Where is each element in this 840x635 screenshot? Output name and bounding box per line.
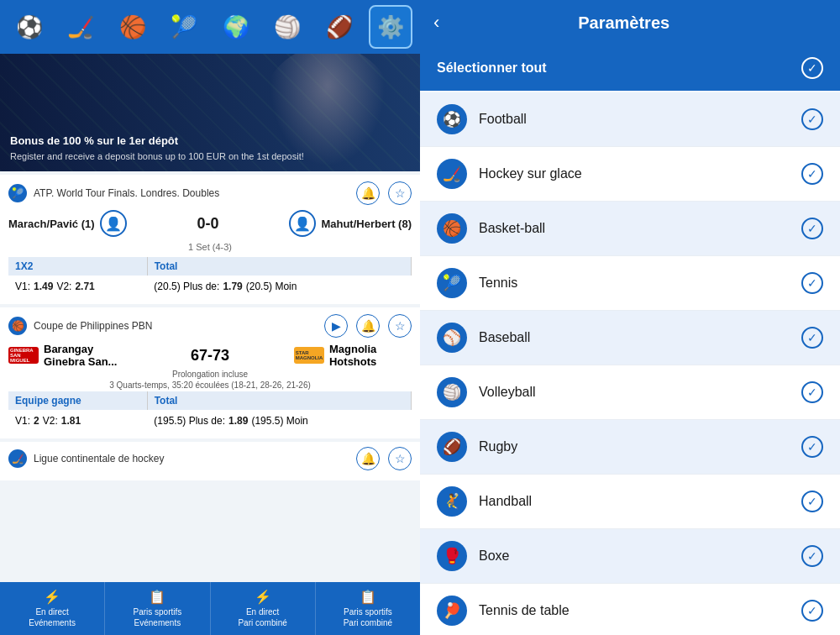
- sport-item-handball[interactable]: 🤾 Handball ✓: [420, 475, 840, 529]
- tennis-odds-header-total: Total: [148, 257, 412, 276]
- bball-total-val1[interactable]: 1.89: [228, 415, 248, 427]
- tennis-match-actions: 🔔 ☆: [356, 181, 412, 205]
- nav-paris-sportifs-combine[interactable]: 📋 Paris sportifsPari combiné: [316, 582, 420, 635]
- bball-v2-val[interactable]: 1.81: [61, 415, 81, 427]
- football-label: Football: [479, 112, 801, 127]
- tennis-total-val1[interactable]: 1.79: [223, 281, 242, 292]
- handball-icon: 🤾: [437, 486, 467, 517]
- bball-teams: GINEBRA SAN MIGUEL Barangay Ginebra San.…: [8, 343, 412, 368]
- select-all-label: Sélectionner tout: [437, 60, 547, 76]
- football-check[interactable]: ✓: [801, 108, 823, 130]
- bball-match-header: 🏀 Coupe de Philippines PBN ▶ 🔔 ☆: [8, 314, 412, 338]
- tennis-bell-icon[interactable]: 🔔: [356, 181, 380, 205]
- tennis-v1-label: V1:: [15, 281, 30, 292]
- sport-item-rugby[interactable]: 🏈 Rugby ✓: [420, 420, 840, 475]
- tennis-table-check[interactable]: ✓: [801, 600, 823, 622]
- tennis-match-teams: Marach/Pavić (1) 👤 0-0 👤 Mahut/Herbert (…: [8, 210, 412, 237]
- bball-team2-logo: STAR MAGNOLIA: [294, 347, 324, 364]
- tennis-score: 0-0: [197, 215, 218, 233]
- bball-bell-icon[interactable]: 🔔: [356, 314, 380, 338]
- tennis-odds-total: (20.5) Plus de: 1.79 (20.5) Moin: [147, 279, 412, 294]
- tennis-team1-name: Marach/Pavić (1): [8, 218, 95, 230]
- nav-sports-combine-label: Paris sportifsPari combiné: [319, 606, 417, 628]
- tennis-set-info: 1 Set (4-3): [8, 242, 412, 252]
- select-all-row[interactable]: Sélectionner tout ✓: [420, 45, 840, 91]
- nav-paris-sportifs-evenements[interactable]: 📋 Paris sportifsEvénements: [105, 582, 210, 635]
- bball-play-icon[interactable]: ▶: [324, 314, 348, 338]
- sport-tennis-btn[interactable]: 🎾: [162, 5, 206, 49]
- bball-team1-name: Barangay Ginebra San...: [44, 343, 126, 368]
- rugby-check[interactable]: ✓: [801, 436, 823, 458]
- basketball-check[interactable]: ✓: [801, 218, 823, 239]
- tennis-check[interactable]: ✓: [801, 272, 823, 294]
- banner-text-block: Bonus de 100 % sur le 1er dépôt Register…: [10, 134, 304, 163]
- nav-live-icon: ⚡: [3, 589, 101, 605]
- bball-team2-name: Magnolia Hotshots: [329, 343, 412, 368]
- bball-odds-header-equipe: Equipe gagne: [8, 391, 148, 410]
- sport-list: ⚽ Football ✓ 🏒 Hockey sur glace ✓ 🏀 Bask…: [420, 92, 840, 635]
- sport-item-volleyball[interactable]: 🏐 Volleyball ✓: [420, 365, 840, 420]
- bball-v1-label: V1:: [15, 415, 30, 427]
- tennis-odds-1x2: V1: 1.49 V2: 2.71: [8, 279, 147, 294]
- bball-star-icon[interactable]: ☆: [388, 314, 412, 338]
- sport-settings-btn[interactable]: ⚙️: [369, 5, 412, 49]
- bball-league-name: Coupe de Philippines PBN: [34, 320, 152, 332]
- tennis-match-card: 🎾 ATP. World Tour Finals. Londres. Doubl…: [0, 175, 420, 304]
- promo-banner: Bonus de 100 % sur le 1er dépôt Register…: [0, 54, 420, 171]
- sport-soccer-btn[interactable]: ⚽: [8, 5, 51, 49]
- bball-v1-val[interactable]: 2: [34, 415, 39, 427]
- partial-star-icon[interactable]: ☆: [388, 447, 412, 470]
- sport-item-tennis-table[interactable]: 🏓 Tennis de table ✓: [420, 584, 840, 635]
- sport-volleyball-btn[interactable]: 🏐: [265, 5, 309, 49]
- nav-en-direct-evenements[interactable]: ⚡ En directEvénements: [0, 582, 105, 635]
- bball-odds-total: (195.5) Plus de: 1.89 (195.5) Moin: [147, 413, 412, 428]
- right-panel-header: ‹ Paramètres: [420, 0, 840, 45]
- tennis-icon: 🎾: [437, 268, 467, 298]
- nav-en-direct-combine[interactable]: ⚡ En directPari combiné: [211, 582, 316, 635]
- tennis-total-label1: (20.5) Plus de:: [154, 281, 219, 292]
- tennis-v1-val[interactable]: 1.49: [34, 281, 53, 292]
- banner-subtitle: Register and receive a deposit bonus up …: [10, 150, 304, 163]
- bball-total-label1: (195.5) Plus de:: [154, 415, 225, 427]
- back-button[interactable]: ‹: [433, 12, 439, 34]
- bball-odds-row: V1: 2 V2: 1.81 (195.5) Plus de: 1.89 (19…: [8, 410, 412, 432]
- football-icon: ⚽: [437, 104, 467, 134]
- hockey-check[interactable]: ✓: [801, 163, 823, 185]
- baseball-label: Baseball: [479, 330, 801, 345]
- sport-rugby-btn[interactable]: 🏈: [318, 5, 361, 49]
- handball-check[interactable]: ✓: [801, 491, 823, 512]
- select-all-check[interactable]: ✓: [801, 57, 823, 79]
- sport-item-tennis[interactable]: 🎾 Tennis ✓: [420, 256, 840, 311]
- banner-title: Bonus de 100 % sur le 1er dépôt: [10, 134, 304, 147]
- sport-item-football[interactable]: ⚽ Football ✓: [420, 92, 840, 147]
- bball-team1: GINEBRA SAN MIGUEL Barangay Ginebra San.…: [8, 343, 126, 368]
- sport-item-baseball[interactable]: ⚾ Baseball ✓: [420, 311, 840, 365]
- basketball-match-card: 🏀 Coupe de Philippines PBN ▶ 🔔 ☆ GINEBRA…: [0, 307, 420, 438]
- partial-league-icon: 🏒: [8, 449, 27, 468]
- bball-odds-header-total: Total: [148, 391, 412, 410]
- sport-hockey-btn[interactable]: 🏒: [59, 5, 102, 49]
- sport-basketball-btn[interactable]: 🏀: [111, 5, 155, 49]
- sport-item-basketball[interactable]: 🏀 Basket-ball ✓: [420, 202, 840, 256]
- tennis-v2-label: V2:: [56, 281, 71, 292]
- baseball-check[interactable]: ✓: [801, 327, 823, 349]
- sport-globe-btn[interactable]: 🌍: [214, 5, 258, 49]
- volleyball-label: Volleyball: [479, 385, 801, 400]
- bball-prolongation: Prolongation incluse: [8, 370, 412, 379]
- boxe-check[interactable]: ✓: [801, 545, 823, 567]
- partial-bell-icon[interactable]: 🔔: [356, 447, 380, 470]
- left-panel: ⚽ 🏒 🏀 🎾 🌍 🏐 🏈 ⚙️ Bonus de 100 % sur le 1…: [0, 0, 420, 635]
- tennis-v2-val[interactable]: 2.71: [75, 281, 94, 292]
- bball-odds-header: Equipe gagne Total: [8, 391, 412, 410]
- handball-label: Handball: [479, 494, 801, 509]
- sport-item-boxe[interactable]: 🥊 Boxe ✓: [420, 529, 840, 584]
- tennis-team2-avatar: 👤: [289, 210, 316, 237]
- volleyball-check[interactable]: ✓: [801, 381, 823, 403]
- sport-item-hockey[interactable]: 🏒 Hockey sur glace ✓: [420, 147, 840, 202]
- volleyball-icon: 🏐: [437, 377, 467, 407]
- boxe-label: Boxe: [479, 548, 801, 564]
- tennis-table-label: Tennis de table: [479, 603, 801, 618]
- tennis-team1: Marach/Pavić (1) 👤: [8, 210, 127, 237]
- tennis-star-icon[interactable]: ☆: [388, 181, 412, 205]
- bball-league-icon: 🏀: [8, 317, 27, 335]
